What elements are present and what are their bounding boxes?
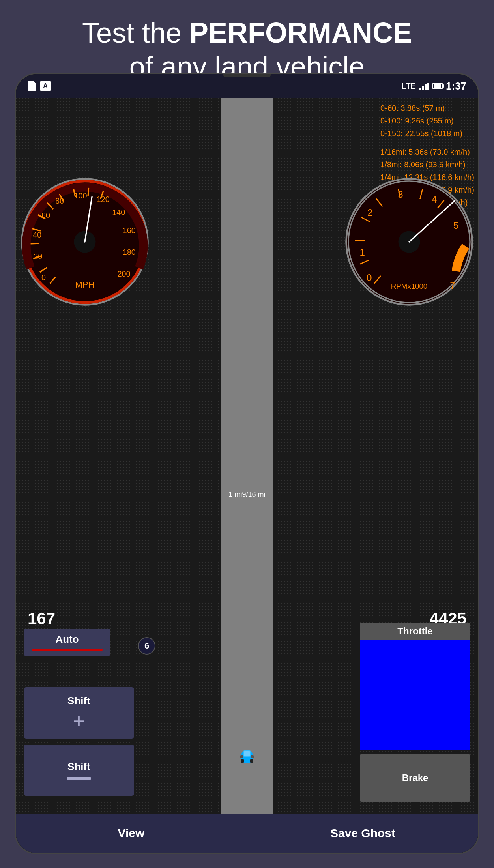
throttle-bar[interactable]: [360, 640, 470, 750]
throttle-label: Throttle: [360, 623, 470, 640]
svg-text:5: 5: [453, 220, 458, 231]
road-distance-label: 1 mi9/16 mi: [228, 490, 265, 499]
signal-bar-3: [425, 84, 427, 90]
svg-text:2: 2: [367, 207, 372, 218]
svg-text:40: 40: [33, 230, 41, 239]
svg-text:80: 80: [55, 196, 64, 205]
phone-frame: A LTE 1:37 1 mi9/16 mi: [15, 73, 479, 854]
svg-text:140: 140: [112, 208, 125, 217]
battery-icon: [432, 83, 443, 89]
battery-fill: [434, 84, 441, 88]
shift-minus-icon: [67, 777, 91, 780]
signal-bars-icon: [419, 82, 429, 90]
brake-area[interactable]: Brake: [360, 754, 470, 802]
bottom-buttons: View Save Ghost: [16, 814, 478, 853]
svg-text:6: 6: [455, 253, 460, 264]
throttle-section: Throttle: [360, 623, 470, 750]
gear-badge: 6: [138, 637, 155, 655]
tachometer: 0 1 2 3 4 5 6 7 RPMx1000: [344, 177, 474, 307]
app-content: 1 mi9/16 mi 0-60: 3: [16, 98, 478, 853]
brake-label: Brake: [402, 773, 429, 784]
clock: 1:37: [446, 80, 466, 92]
signal-bar-1: [419, 88, 421, 90]
save-ghost-label: Save Ghost: [330, 827, 395, 840]
stat-0-100: 0-100: 9.26s (255 m): [380, 114, 474, 127]
svg-line-18: [88, 188, 89, 196]
auto-label: Auto: [55, 633, 79, 645]
shift-plus-icon: +: [73, 711, 85, 731]
speed-value: 167: [28, 609, 55, 628]
svg-rect-4: [240, 755, 243, 758]
status-bar: A LTE 1:37: [16, 74, 478, 98]
svg-text:180: 180: [123, 248, 136, 256]
accessibility-icon: A: [40, 81, 51, 91]
signal-bar-2: [422, 86, 424, 90]
stat-1-8mi: 1/8mi: 8.06s (93.5 km/h): [380, 158, 474, 171]
svg-text:20: 20: [34, 252, 42, 261]
phone-notch: [223, 74, 271, 77]
svg-line-12: [31, 243, 39, 244]
svg-text:160: 160: [123, 226, 136, 235]
svg-text:MPH: MPH: [75, 280, 95, 290]
svg-text:0: 0: [367, 272, 372, 283]
stat-0-60: 0-60: 3.88s (57 m): [380, 102, 474, 114]
sd-card-icon: [28, 81, 36, 91]
tachometer-svg: 0 1 2 3 4 5 6 7 RPMx1000: [344, 177, 474, 307]
svg-text:120: 120: [97, 195, 110, 204]
svg-text:4: 4: [432, 194, 437, 205]
header-line1: Test the PERFORMANCE: [82, 17, 412, 49]
page-background: Test the PERFORMANCE of any land vehicle…: [0, 0, 494, 96]
right-controls: Throttle Brake: [360, 623, 470, 802]
svg-text:0: 0: [41, 273, 46, 282]
svg-text:3: 3: [398, 189, 403, 200]
car-icon: [240, 747, 254, 766]
shift-buttons: Shift + Shift: [24, 687, 134, 802]
status-bar-right: LTE 1:37: [402, 80, 466, 92]
speedometer-svg: 0 20 40 60 80 100 120 140 160 180 200: [20, 177, 150, 307]
svg-line-38: [355, 241, 365, 241]
svg-text:7: 7: [450, 280, 455, 291]
svg-text:1: 1: [359, 247, 365, 258]
svg-rect-5: [251, 755, 254, 758]
stat-0-150: 0-150: 22.55s (1018 m): [380, 127, 474, 140]
stat-1-16mi: 1/16mi: 5.36s (73.0 km/h): [380, 146, 474, 158]
svg-rect-6: [244, 751, 250, 756]
gauges-row: 0 20 40 60 80 100 120 140 160 180 200: [16, 177, 478, 307]
shift-down-label: Shift: [67, 761, 90, 773]
view-label: View: [118, 827, 145, 840]
gear-number: 6: [144, 641, 149, 651]
signal-bar-4: [427, 83, 429, 90]
acceleration-stats: 0-60: 3.88s (57 m) 0-100: 9.26s (255 m) …: [380, 102, 474, 140]
svg-text:200: 200: [117, 269, 130, 278]
view-button[interactable]: View: [16, 814, 247, 853]
status-bar-left: A: [28, 81, 51, 91]
speed-display: 167: [28, 609, 55, 628]
svg-rect-2: [241, 759, 244, 763]
speedometer: 0 20 40 60 80 100 120 140 160 180 200: [20, 177, 150, 307]
svg-rect-3: [250, 759, 253, 763]
svg-text:100: 100: [74, 191, 87, 200]
svg-text:RPMx1000: RPMx1000: [391, 282, 427, 290]
brake-section: Brake: [360, 754, 470, 802]
shift-down-button[interactable]: Shift: [24, 745, 134, 796]
lte-indicator: LTE: [402, 82, 416, 91]
shift-up-label: Shift: [67, 695, 90, 707]
shift-up-button[interactable]: Shift +: [24, 687, 134, 739]
svg-text:60: 60: [41, 211, 50, 220]
save-ghost-button[interactable]: Save Ghost: [247, 814, 478, 853]
auto-button[interactable]: Auto: [24, 629, 110, 656]
